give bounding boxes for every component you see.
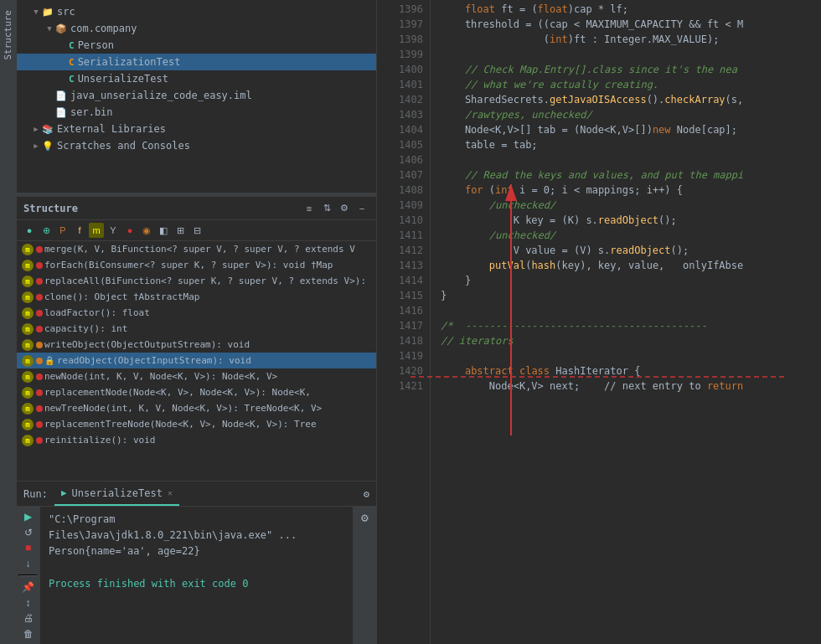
struct-item-12[interactable]: mreinitialize(): void <box>17 432 376 448</box>
run-tab-label: UnserializeTest <box>72 487 163 499</box>
line-num-1406: 1406 <box>390 152 423 167</box>
hide-button[interactable]: − <box>354 201 369 216</box>
code-line-1412: V value = (V) s.readObject(); <box>441 243 821 258</box>
struct-item-3[interactable]: mclone(): Object †AbstractMap <box>17 289 376 305</box>
code-line-1406 <box>441 152 821 167</box>
tree-label-ser.bin: ser.bin <box>70 106 113 118</box>
run-step-button[interactable]: ↓ <box>20 557 37 570</box>
run-gear-icon[interactable]: ⚙ <box>364 488 369 500</box>
run-output-line-0: "C:\Program Files\Java\jdk1.8.0_221\bin\… <box>49 512 344 544</box>
struct-item-9[interactable]: mreplacementNode(Node<K, V>, Node<K, V>)… <box>17 384 376 400</box>
line-num-1398: 1398 <box>390 32 423 47</box>
sort-button[interactable]: ⇅ <box>319 201 334 216</box>
tree-item-src[interactable]: ▼📁src <box>17 3 376 20</box>
struct-item-1[interactable]: mforEach(BiConsumer<? super K, ? super V… <box>17 257 376 273</box>
struct-icon-2[interactable]: ⊕ <box>39 223 54 238</box>
run-rerun-button[interactable]: ↺ <box>20 526 37 539</box>
line-numbers: 1396139713981399140014011402140314041405… <box>390 0 431 644</box>
line-num-1415: 1415 <box>390 288 423 303</box>
struct-icon-8[interactable]: ◉ <box>139 223 154 238</box>
tree-arrow-External Libraries[interactable]: ▶ <box>30 125 42 133</box>
struct-icon-5[interactable]: m <box>89 223 104 238</box>
line-num-1408: 1408 <box>390 183 423 198</box>
line-num-1399: 1399 <box>390 47 423 62</box>
structure-vertical-tab[interactable]: Structure <box>1 3 15 67</box>
settings-button[interactable]: ⚙ <box>337 201 352 216</box>
sort-alpha-button[interactable]: ≡ <box>302 201 317 216</box>
code-line-1419 <box>441 348 821 363</box>
tree-item-com.company[interactable]: ▼📦com.company <box>17 20 376 37</box>
line-num-1400: 1400 <box>390 62 423 77</box>
struct-dot-2 <box>36 278 43 285</box>
struct-icon-7[interactable]: ● <box>122 223 137 238</box>
struct-icon-6[interactable]: Y <box>106 223 121 238</box>
struct-icon-9[interactable]: ◧ <box>156 223 171 238</box>
line-num-1412: 1412 <box>390 243 423 258</box>
run-tab-close[interactable]: ✕ <box>168 488 173 497</box>
struct-item-2[interactable]: mreplaceAll(BiFunction<? super K, ? supe… <box>17 273 376 289</box>
tree-arrow-Scratches[interactable]: ▶ <box>30 142 42 150</box>
tree-arrow-src[interactable]: ▼ <box>30 8 42 16</box>
struct-text-11: replacementTreeNode(Node<K, V>, Node<K, … <box>44 419 317 430</box>
struct-dot-12 <box>36 437 43 444</box>
left-panel: ▼📁src▼📦com.companyCPersonCSerializationT… <box>17 0 377 644</box>
code-line-1401: // what we're actually creating. <box>441 77 821 92</box>
struct-item-7[interactable]: m🔒readObject(ObjectInputStream): void <box>17 353 376 368</box>
run-output-line-2 <box>49 560 344 576</box>
struct-item-8[interactable]: mnewNode(int, K, V, Node<K, V>): Node<K,… <box>17 368 376 384</box>
run-tab[interactable]: ▶ UnserializeTest ✕ <box>54 482 179 506</box>
struct-badge-10: m <box>22 403 34 415</box>
code-line-1398: (int)ft : Integer.MAX_VALUE); <box>441 32 821 47</box>
struct-item-0[interactable]: mmerge(K, V, BiFunction<? super V, ? sup… <box>17 241 376 257</box>
tree-icon-External Libraries: 📚 <box>42 124 54 135</box>
run-play-button[interactable]: ▶ <box>20 510 37 523</box>
structure-items: mmerge(K, V, BiFunction<? super V, ? sup… <box>17 241 376 481</box>
right-panel: 1396139713981399140014011402140314041405… <box>377 0 821 644</box>
tree-item-java_unserialize[interactable]: 📄java_unserialize_code_easy.iml <box>17 87 376 104</box>
struct-badge-7: m <box>22 355 34 367</box>
struct-icon-10[interactable]: ⊞ <box>173 223 188 238</box>
struct-badge-5: m <box>22 323 34 335</box>
tree-icon-src: 📁 <box>42 7 54 18</box>
code-line-1420: abstract class HashIterator { <box>441 363 821 379</box>
run-panel: Run: ▶ UnserializeTest ✕ ⚙ ▶ ↺ ■ ↓ 📌 ↕ <box>17 481 376 644</box>
code-line-1413: putVal(hash(key), key, value, onlyIfAbse <box>441 258 821 273</box>
run-settings-button[interactable]: ⚙ <box>357 510 374 527</box>
struct-item-5[interactable]: mcapacity(): int <box>17 321 376 337</box>
code-line-1417: /* -------------------------------------… <box>441 318 821 333</box>
line-num-1403: 1403 <box>390 107 423 122</box>
run-scroll-button[interactable]: ↕ <box>20 596 37 610</box>
line-num-1411: 1411 <box>390 228 423 243</box>
tree-item-Scratches[interactable]: ▶💡Scratches and Consoles <box>17 137 376 154</box>
struct-dot-1 <box>36 262 43 269</box>
struct-item-11[interactable]: mreplacementTreeNode(Node<K, V>, Node<K,… <box>17 416 376 432</box>
run-output-line-1: Person{name='aa', age=22} <box>49 544 344 559</box>
struct-badge-1: m <box>22 260 34 271</box>
struct-item-4[interactable]: mloadFactor(): float <box>17 305 376 321</box>
struct-badge-12: m <box>22 435 34 446</box>
tree-arrow-com.company[interactable]: ▼ <box>44 24 55 33</box>
line-num-1401: 1401 <box>390 77 423 92</box>
run-side-toolbar: ⚙ <box>353 507 376 644</box>
struct-item-6[interactable]: mwriteObject(ObjectOutputStream): void <box>17 337 376 353</box>
struct-icon-1[interactable]: ● <box>22 223 37 238</box>
run-print-button[interactable]: 🖨 <box>20 612 37 626</box>
code-line-1405: table = tab; <box>441 137 821 152</box>
struct-icon-11[interactable]: ⊟ <box>189 223 204 238</box>
struct-icon-3[interactable]: P <box>55 223 70 238</box>
struct-text-12: reinitialize(): void <box>44 435 155 446</box>
struct-item-10[interactable]: mnewTreeNode(int, K, V, Node<K, V>): Tre… <box>17 400 376 416</box>
tree-item-SerializationTest[interactable]: CSerializationTest <box>17 54 376 70</box>
tree-item-Person[interactable]: CPerson <box>17 37 376 54</box>
tree-item-External Libraries[interactable]: ▶📚External Libraries <box>17 121 376 137</box>
struct-dot-4 <box>36 310 43 317</box>
tree-item-UnserializeTest[interactable]: CUnserializeTest <box>17 70 376 87</box>
code-content[interactable]: float ft = (float)cap * lf; threshold = … <box>431 0 821 644</box>
run-stop-button[interactable]: ■ <box>20 542 37 555</box>
tree-label-UnserializeTest: UnserializeTest <box>78 73 168 85</box>
run-trash-button[interactable]: 🗑 <box>20 627 37 641</box>
tree-item-ser.bin[interactable]: 📄ser.bin <box>17 104 376 121</box>
run-pin-button[interactable]: 📌 <box>20 580 37 594</box>
structure-header: Structure ≡ ⇅ ⚙ − <box>17 197 376 220</box>
struct-icon-4[interactable]: f <box>72 223 87 238</box>
